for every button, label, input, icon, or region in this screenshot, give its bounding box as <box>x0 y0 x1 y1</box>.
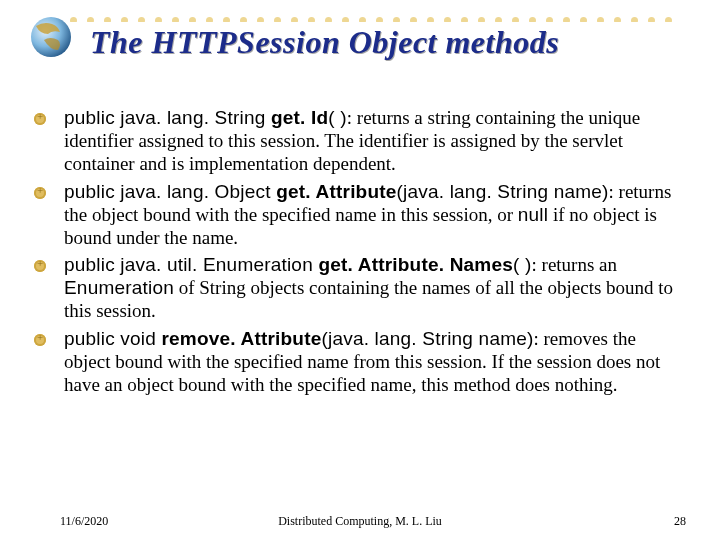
slide-title: The HTTPSession Object methods <box>90 26 559 60</box>
footer-page-number: 28 <box>674 514 686 529</box>
title-dots-decoration <box>70 10 710 22</box>
bullet-item: public java. lang. String get. Id( ): re… <box>60 106 680 180</box>
code-signature: public void remove. Attribute(java. lang… <box>64 328 533 349</box>
slide-footer: 11/6/2020 Distributed Computing, M. L. L… <box>0 514 720 534</box>
code-signature: public java. lang. Object get. Attribute… <box>64 181 609 202</box>
footer-credit: Distributed Computing, M. L. Liu <box>0 514 720 529</box>
globe-icon <box>30 16 72 58</box>
code-signature: public java. lang. String get. Id( ) <box>64 107 347 128</box>
code-signature: public java. util. Enumeration get. Attr… <box>64 254 532 275</box>
bullet-item: public java. lang. Object get. Attribute… <box>60 180 680 254</box>
slide-body: public java. lang. String get. Id( ): re… <box>60 106 680 400</box>
bullet-item: public void remove. Attribute(java. lang… <box>60 327 680 401</box>
svg-point-0 <box>31 17 71 57</box>
bullet-item: public java. util. Enumeration get. Attr… <box>60 253 680 327</box>
